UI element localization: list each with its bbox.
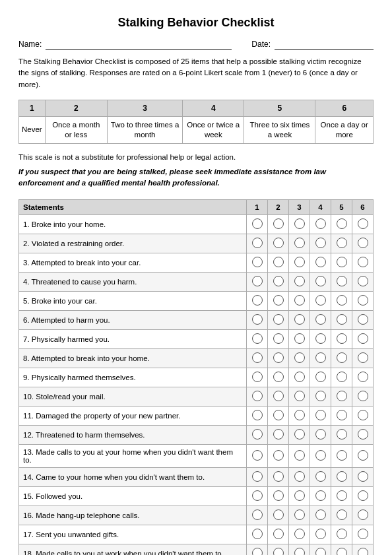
radio-col-2[interactable] — [268, 368, 289, 387]
radio-col-5[interactable] — [331, 215, 352, 234]
radio-col-4[interactable] — [310, 330, 331, 349]
radio-col-4[interactable] — [310, 253, 331, 273]
radio-col-3[interactable] — [289, 407, 310, 426]
radio-button[interactable] — [358, 548, 368, 555]
radio-col-3[interactable] — [289, 525, 310, 544]
radio-col-2[interactable] — [268, 468, 289, 487]
radio-col-1[interactable] — [247, 253, 268, 273]
radio-col-4[interactable] — [310, 487, 331, 506]
radio-button[interactable] — [358, 429, 368, 440]
radio-button[interactable] — [358, 218, 368, 229]
radio-button[interactable] — [358, 509, 368, 520]
radio-button[interactable] — [315, 372, 326, 382]
radio-button[interactable] — [337, 410, 347, 420]
radio-col-6[interactable] — [352, 368, 374, 387]
radio-button[interactable] — [294, 257, 305, 267]
radio-button[interactable] — [273, 352, 284, 363]
radio-button[interactable] — [337, 295, 347, 306]
radio-button[interactable] — [337, 257, 347, 267]
radio-col-3[interactable] — [289, 506, 310, 525]
radio-col-2[interactable] — [268, 445, 289, 468]
radio-col-1[interactable] — [247, 349, 268, 368]
radio-col-5[interactable] — [331, 311, 352, 330]
radio-col-1[interactable] — [247, 426, 268, 445]
radio-button[interactable] — [315, 352, 326, 363]
radio-col-3[interactable] — [289, 311, 310, 330]
radio-button[interactable] — [294, 471, 305, 482]
radio-col-5[interactable] — [331, 234, 352, 253]
radio-button[interactable] — [294, 276, 305, 286]
radio-col-5[interactable] — [331, 445, 352, 468]
radio-button[interactable] — [294, 238, 305, 248]
radio-button[interactable] — [273, 509, 284, 520]
radio-button[interactable] — [294, 352, 305, 363]
radio-button[interactable] — [273, 372, 284, 382]
radio-button[interactable] — [294, 429, 305, 440]
radio-col-2[interactable] — [268, 506, 289, 525]
radio-button[interactable] — [252, 372, 263, 382]
radio-button[interactable] — [252, 391, 263, 401]
radio-button[interactable] — [294, 529, 305, 539]
radio-col-5[interactable] — [331, 468, 352, 487]
radio-col-2[interactable] — [268, 544, 289, 555]
radio-button[interactable] — [294, 218, 305, 229]
radio-button[interactable] — [315, 238, 326, 248]
radio-col-6[interactable] — [352, 273, 374, 292]
radio-button[interactable] — [358, 529, 368, 539]
radio-col-2[interactable] — [268, 234, 289, 253]
radio-col-2[interactable] — [268, 426, 289, 445]
radio-col-4[interactable] — [310, 292, 331, 311]
radio-col-6[interactable] — [352, 407, 374, 426]
radio-button[interactable] — [252, 450, 263, 461]
radio-button[interactable] — [358, 276, 368, 286]
radio-col-1[interactable] — [247, 387, 268, 407]
radio-col-5[interactable] — [331, 368, 352, 387]
radio-button[interactable] — [294, 509, 305, 520]
radio-col-6[interactable] — [352, 349, 374, 368]
radio-col-4[interactable] — [310, 468, 331, 487]
radio-col-5[interactable] — [331, 407, 352, 426]
radio-button[interactable] — [273, 529, 284, 539]
radio-button[interactable] — [337, 352, 347, 363]
radio-col-3[interactable] — [289, 445, 310, 468]
radio-col-3[interactable] — [289, 387, 310, 407]
radio-button[interactable] — [315, 333, 326, 344]
radio-col-1[interactable] — [247, 368, 268, 387]
radio-col-1[interactable] — [247, 487, 268, 506]
radio-col-5[interactable] — [331, 292, 352, 311]
radio-button[interactable] — [294, 372, 305, 382]
radio-col-3[interactable] — [289, 234, 310, 253]
radio-col-6[interactable] — [352, 487, 374, 506]
radio-col-3[interactable] — [289, 349, 310, 368]
radio-col-4[interactable] — [310, 234, 331, 253]
radio-button[interactable] — [252, 471, 263, 482]
radio-button[interactable] — [273, 257, 284, 267]
radio-button[interactable] — [358, 314, 368, 325]
radio-col-3[interactable] — [289, 253, 310, 273]
radio-col-5[interactable] — [331, 525, 352, 544]
radio-button[interactable] — [252, 314, 263, 325]
radio-col-6[interactable] — [352, 525, 374, 544]
radio-button[interactable] — [273, 471, 284, 482]
radio-col-6[interactable] — [352, 426, 374, 445]
radio-button[interactable] — [294, 314, 305, 325]
radio-col-3[interactable] — [289, 487, 310, 506]
radio-button[interactable] — [252, 490, 263, 501]
radio-col-2[interactable] — [268, 292, 289, 311]
radio-col-3[interactable] — [289, 215, 310, 234]
radio-button[interactable] — [315, 529, 326, 539]
radio-col-2[interactable] — [268, 253, 289, 273]
radio-button[interactable] — [273, 218, 284, 229]
radio-button[interactable] — [337, 238, 347, 248]
radio-button[interactable] — [358, 372, 368, 382]
radio-button[interactable] — [315, 450, 326, 461]
radio-button[interactable] — [315, 471, 326, 482]
radio-col-2[interactable] — [268, 387, 289, 407]
radio-button[interactable] — [315, 410, 326, 420]
radio-button[interactable] — [252, 548, 263, 555]
radio-button[interactable] — [358, 471, 368, 482]
radio-col-3[interactable] — [289, 273, 310, 292]
radio-button[interactable] — [337, 490, 347, 501]
radio-col-6[interactable] — [352, 468, 374, 487]
radio-col-1[interactable] — [247, 311, 268, 330]
